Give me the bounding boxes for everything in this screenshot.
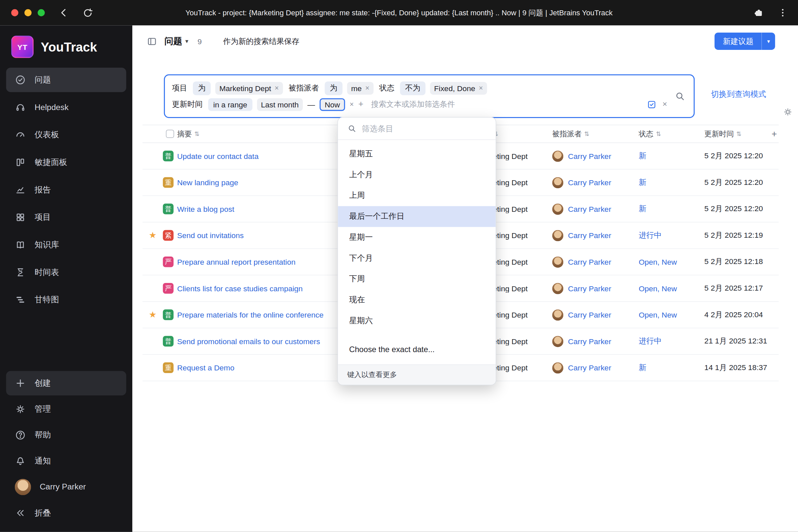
issue-state-link[interactable]: 进行中 (639, 230, 662, 239)
filter-value-assignee[interactable]: me× (347, 82, 374, 94)
issue-state-link[interactable]: 新 (639, 204, 646, 213)
extensions-icon[interactable] (753, 7, 764, 18)
gear-icon (15, 404, 26, 415)
issue-updated: 5 2月 2025 12:19 (704, 230, 772, 240)
filter-op-updated[interactable]: in a range (208, 98, 252, 111)
sidebar-item-gantt-charts[interactable]: 甘特图 (6, 288, 126, 312)
dropdown-option-selected[interactable]: 最后一个工作日 (338, 206, 495, 227)
sidebar-item-knowledge-base[interactable]: 知识库 (6, 232, 126, 257)
new-issue-dropdown-icon[interactable]: ▾ (762, 38, 775, 44)
sort-icon: ⇅ (656, 130, 661, 137)
filter-op-assignee[interactable]: 为 (324, 81, 342, 95)
save-search-action[interactable]: 作为新的搜索结果保存 (223, 36, 300, 46)
remove-filter-icon[interactable]: × (365, 84, 370, 92)
sidebar-user-profile[interactable]: Carry Parker (6, 475, 126, 499)
filter-input-placeholder[interactable]: 搜索文本或添加筛选条件 (371, 99, 455, 109)
filter-row-1: 项目 为 Marketing Dept× 被指派者 为 me× 状态 不为 Fi… (171, 80, 667, 96)
search-icon[interactable] (674, 91, 686, 102)
filter-attr-state[interactable]: 状态 (378, 83, 395, 93)
sidebar-item-dashboards[interactable]: 仪表板 (6, 123, 126, 147)
sidebar-item-projects[interactable]: 项目 (6, 205, 126, 229)
switch-to-query-mode-link[interactable]: 切换到查询模式 (711, 89, 766, 100)
dropdown-filter-input[interactable] (362, 124, 487, 133)
dropdown-option[interactable]: 上个月 (338, 164, 495, 185)
refresh-icon[interactable] (82, 7, 93, 18)
remove-filter-icon[interactable]: × (479, 84, 483, 92)
range-dash: — (307, 100, 315, 109)
issue-state-link[interactable]: 新 (639, 151, 646, 160)
filter-attr-updated[interactable]: 更新时间 (171, 99, 204, 109)
filter-attr-project[interactable]: 项目 (171, 83, 188, 93)
sidebar-item-helpdesk[interactable]: Helpdesk (6, 95, 126, 119)
close-window-button[interactable] (11, 9, 18, 16)
column-header-assignee[interactable]: 被指派者⇅ (552, 129, 639, 139)
back-icon[interactable] (58, 7, 69, 18)
zoom-window-button[interactable] (38, 9, 44, 16)
assignee-link[interactable]: Carry Parker (568, 284, 611, 292)
minimize-window-button[interactable] (24, 9, 31, 16)
issue-state-link[interactable]: 新 (639, 177, 646, 186)
assignee-link[interactable]: Carry Parker (568, 337, 611, 345)
column-header-updated[interactable]: 更新时间⇅ (704, 129, 772, 139)
star-icon[interactable]: ★ (142, 230, 163, 241)
assignee-link[interactable]: Carry Parker (568, 231, 611, 240)
sidebar-item-agile-boards[interactable]: 敏捷面板 (6, 150, 126, 174)
sidebar-item-administration[interactable]: 管理 (6, 397, 126, 421)
star-icon[interactable]: ★ (142, 309, 163, 320)
dropdown-option[interactable]: 星期一 (338, 227, 495, 248)
dropdown-option[interactable]: 上周 (338, 185, 495, 206)
choose-exact-date-option[interactable]: Choose the exact date... (338, 339, 495, 361)
sidebar-collapse-button[interactable]: 折叠 (6, 501, 126, 525)
assignee-link[interactable]: Carry Parker (568, 205, 611, 213)
browser-menu-icon[interactable] (778, 8, 788, 18)
page-title[interactable]: 问题 (164, 35, 182, 48)
filter-value-project[interactable]: Marketing Dept× (215, 82, 283, 94)
panel-toggle-icon[interactable] (147, 36, 157, 46)
assignee-link[interactable]: Carry Parker (568, 363, 611, 372)
sidebar-create-button[interactable]: 创建 (6, 371, 126, 395)
filter-box[interactable]: 项目 为 Marketing Dept× 被指派者 为 me× 状态 不为 Fi… (164, 74, 695, 118)
sidebar-item-issues[interactable]: 问题 (6, 68, 126, 92)
remove-filter-icon[interactable]: × (349, 100, 354, 108)
issue-state-link[interactable]: Open, New (639, 284, 677, 292)
youtrack-logo[interactable]: YT YouTrack (0, 25, 132, 66)
filter-value-state[interactable]: Fixed, Done× (430, 82, 487, 94)
chevron-down-icon[interactable]: ▾ (185, 38, 188, 44)
select-all-checkbox[interactable] (166, 130, 174, 138)
sidebar-item-help[interactable]: 帮助 (6, 423, 126, 447)
add-column-icon[interactable]: + (772, 128, 778, 139)
priority-icon: 严 (163, 283, 174, 293)
assignee-link[interactable]: Carry Parker (568, 152, 611, 160)
issue-state-link[interactable]: 新 (639, 363, 646, 372)
column-header-state[interactable]: 状态⇅ (639, 129, 704, 139)
clear-filters-icon[interactable]: × (662, 100, 667, 109)
issue-state-link[interactable]: 进行中 (639, 337, 662, 345)
filter-op-project[interactable]: 为 (193, 81, 211, 95)
remove-filter-icon[interactable]: × (274, 84, 279, 92)
settings-gear-icon[interactable] (783, 107, 793, 117)
dropdown-option[interactable]: 现在 (338, 290, 495, 310)
sidebar-item-notifications[interactable]: 通知 (6, 449, 126, 473)
search-icon (347, 124, 357, 133)
assignee-link[interactable]: Carry Parker (568, 258, 611, 266)
page-header: 问题 ▾ 9 作为新的搜索结果保存 新建议题 ▾ (132, 25, 798, 57)
dropdown-option[interactable]: 星期六 (338, 310, 495, 331)
sidebar-item-timesheets[interactable]: 时间表 (6, 260, 126, 284)
add-filter-icon[interactable]: + (358, 99, 363, 109)
dropdown-option[interactable]: 下周 (338, 269, 495, 290)
date-filter-dropdown: 星期五 上个月 上周 最后一个工作日 星期一 下个月 下周 现在 星期六 Cho… (338, 117, 496, 385)
filter-value-updated-from[interactable]: Last month (257, 98, 303, 111)
issue-state-link[interactable]: Open, New (639, 310, 677, 319)
assignee-avatar (552, 177, 564, 188)
issue-state-link[interactable]: Open, New (639, 258, 677, 266)
dropdown-option[interactable]: 下个月 (338, 248, 495, 269)
assignee-link[interactable]: Carry Parker (568, 178, 611, 187)
filter-toggle-icon[interactable] (647, 99, 657, 109)
filter-value-updated-to[interactable]: Now (320, 98, 345, 111)
filter-attr-assignee[interactable]: 被指派者 (288, 83, 320, 93)
filter-op-state[interactable]: 不为 (400, 81, 425, 95)
new-issue-button[interactable]: 新建议题 (715, 36, 762, 46)
dropdown-option[interactable]: 星期五 (338, 144, 495, 165)
sidebar-item-reports[interactable]: 报告 (6, 177, 126, 202)
assignee-link[interactable]: Carry Parker (568, 310, 611, 319)
